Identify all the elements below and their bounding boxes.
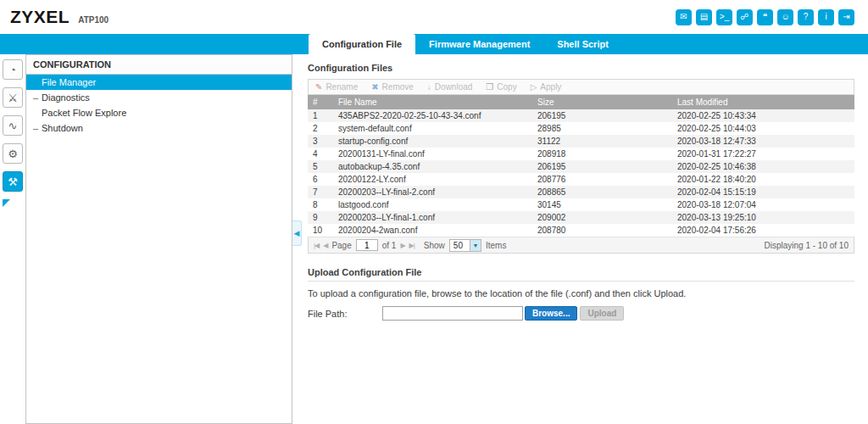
tab-firmware-management[interactable]: Firmware Management — [415, 34, 543, 54]
file-number-cell[interactable]: 4 — [308, 148, 333, 160]
table-row[interactable]: 8 lastgood.conf 30145 2020-03-18 12:07:0… — [308, 198, 854, 211]
rail-fold-decoration — [3, 199, 10, 207]
table-row[interactable]: 9 20200203--LY-final-1.conf 209002 2020-… — [308, 211, 854, 224]
cli-icon[interactable]: >_ — [716, 9, 732, 25]
file-path-input[interactable] — [382, 306, 523, 321]
file-name-cell[interactable]: lastgood.conf — [333, 198, 532, 211]
upload-button[interactable]: Upload — [580, 306, 624, 321]
file-number-cell[interactable]: 6 — [308, 173, 333, 186]
file-number-cell[interactable]: 3 — [308, 135, 333, 148]
file-name-cell[interactable]: 20200203--LY-final-2.conf — [333, 186, 532, 198]
copy-button[interactable]: ❐ Copy — [486, 82, 516, 92]
file-size-cell[interactable]: 208918 — [532, 148, 672, 160]
file-size-cell[interactable]: 206195 — [532, 109, 672, 122]
file-number-cell[interactable]: 2 — [308, 122, 333, 135]
file-name-cell[interactable]: 20200204-2wan.conf — [333, 224, 532, 237]
file-size-cell[interactable]: 209002 — [532, 211, 672, 224]
last-modified-cell[interactable]: 2020-02-04 15:15:19 — [672, 186, 854, 198]
page-size-value: 50 — [450, 241, 470, 250]
column-header[interactable]: File Name — [333, 95, 532, 109]
file-size-cell[interactable]: 30145 — [532, 198, 672, 211]
security-service-icon[interactable]: ⚔ — [3, 87, 23, 108]
file-number-cell[interactable]: 5 — [308, 160, 333, 173]
rename-button[interactable]: ✎ Rename — [315, 82, 358, 92]
page-size-select[interactable]: 50 ▼ — [449, 239, 481, 252]
last-modified-cell[interactable]: 2020-01-31 17:22:27 — [672, 148, 854, 160]
configuration-files-title: Configuration Files — [308, 63, 854, 73]
table-row[interactable]: 1 435ABPS2-2020-02-25-10-43-34.conf 2061… — [308, 109, 854, 122]
sidebar-item-packet-flow-explore[interactable]: Packet Flow Explore — [26, 105, 292, 120]
last-modified-cell[interactable]: 2020-02-25 10:43:34 — [672, 109, 854, 122]
table-row[interactable]: 7 20200203--LY-final-2.conf 208865 2020-… — [308, 186, 854, 198]
file-size-cell[interactable]: 206195 — [532, 160, 672, 173]
message-icon[interactable]: ✉ — [676, 9, 692, 25]
next-page-icon[interactable]: ▶ — [400, 242, 404, 249]
last-modified-cell[interactable]: 2020-03-13 19:25:10 — [672, 211, 854, 224]
toolbar-button-label: Download — [435, 82, 472, 92]
help-icon[interactable]: ? — [798, 9, 814, 25]
table-row[interactable]: 10 20200204-2wan.conf 208780 2020-02-04 … — [308, 224, 854, 237]
top-bar: ZYXEL ATP100 ✉ ▤ >_ ☍ ❝ ☺ ? i ⇥ — [0, 0, 868, 34]
file-size-cell[interactable]: 208776 — [532, 173, 672, 186]
last-page-icon[interactable]: ▶| — [409, 242, 415, 249]
file-number-cell[interactable]: 9 — [308, 211, 333, 224]
file-number-cell[interactable]: 7 — [308, 186, 333, 198]
about-icon[interactable]: i — [818, 9, 834, 25]
file-number-cell[interactable]: 1 — [308, 109, 333, 122]
file-name-cell[interactable]: 20200203--LY-final-1.conf — [333, 211, 532, 224]
table-row[interactable]: 2 system-default.conf 28985 2020-02-25 1… — [308, 122, 854, 135]
sidebar-item-file-manager[interactable]: File Manager — [26, 75, 292, 90]
sidebar-item-shutdown[interactable]: – Shutdown — [26, 120, 292, 136]
prev-page-icon[interactable]: ◀ — [323, 242, 327, 249]
table-row[interactable]: 3 startup-config.conf 31122 2020-03-18 1… — [308, 135, 854, 148]
file-size-cell[interactable]: 208865 — [532, 186, 672, 198]
logout-icon[interactable]: ⇥ — [838, 9, 854, 25]
chevron-left-icon: ◀ — [294, 229, 300, 237]
last-modified-cell[interactable]: 2020-03-18 12:47:33 — [672, 135, 854, 148]
file-size-cell[interactable]: 31122 — [532, 135, 672, 148]
tab-bar: Configuration File Firmware Management S… — [0, 34, 868, 54]
monitor-icon[interactable]: ∿ — [3, 115, 23, 136]
tab-configuration-file[interactable]: Configuration File — [309, 34, 415, 54]
file-name-cell[interactable]: autobackup-4.35.conf — [333, 160, 532, 173]
forum-icon[interactable]: ❝ — [757, 9, 773, 25]
file-name-cell[interactable]: startup-config.conf — [333, 135, 532, 148]
apply-button[interactable]: ▷ Apply — [531, 82, 562, 92]
file-name-cell[interactable]: system-default.conf — [333, 122, 532, 135]
remove-button[interactable]: ✖ Remove — [371, 82, 414, 92]
tab-shell-script[interactable]: Shell Script — [543, 34, 622, 54]
maintenance-icon[interactable]: ⚒ — [3, 171, 23, 192]
file-name-cell[interactable]: 20200131-LY-final.conf — [333, 148, 532, 160]
first-page-icon[interactable]: |◀ — [314, 242, 319, 249]
toolbar-button-icon: ✎ — [315, 83, 322, 92]
dashboard-icon[interactable]: ◔ — [3, 59, 23, 80]
last-modified-cell[interactable]: 2020-02-25 10:44:03 — [672, 122, 854, 135]
sidebar-collapse-handle[interactable]: ◀ — [292, 220, 302, 246]
column-header[interactable]: Last Modified — [672, 95, 854, 109]
table-row[interactable]: 6 20200122-LY.conf 208776 2020-01-22 18:… — [308, 173, 854, 186]
web-console-icon[interactable]: ▤ — [696, 9, 712, 25]
community-icon[interactable]: ☺ — [777, 9, 793, 25]
upload-instructions: To upload a configuration file, browse t… — [308, 288, 854, 298]
last-modified-cell[interactable]: 2020-02-25 10:46:38 — [672, 160, 854, 173]
nav-icon-list: ◔ ⚔ ∿ ⚙ ⚒ — [3, 59, 23, 192]
last-modified-cell[interactable]: 2020-01-22 18:40:20 — [672, 173, 854, 186]
file-number-cell[interactable]: 10 — [308, 224, 333, 237]
column-header[interactable]: # — [308, 95, 333, 109]
last-modified-cell[interactable]: 2020-03-18 12:07:04 — [672, 198, 854, 211]
file-size-cell[interactable]: 208780 — [532, 224, 672, 237]
page-number-input[interactable] — [356, 239, 378, 251]
file-size-cell[interactable]: 28985 — [532, 122, 672, 135]
browse-button[interactable]: Browse... — [525, 306, 577, 321]
file-number-cell[interactable]: 8 — [308, 198, 333, 211]
column-header[interactable]: Size — [532, 95, 672, 109]
site-map-icon[interactable]: ☍ — [737, 9, 753, 25]
last-modified-cell[interactable]: 2020-02-04 17:56:26 — [672, 224, 854, 237]
table-row[interactable]: 5 autobackup-4.35.conf 206195 2020-02-25… — [308, 160, 854, 173]
file-name-cell[interactable]: 20200122-LY.conf — [333, 173, 532, 186]
download-button[interactable]: ↓ Download — [427, 82, 472, 92]
sidebar-item-diagnostics[interactable]: – Diagnostics — [26, 90, 292, 105]
file-name-cell[interactable]: 435ABPS2-2020-02-25-10-43-34.conf — [333, 109, 532, 122]
table-row[interactable]: 4 20200131-LY-final.conf 208918 2020-01-… — [308, 148, 854, 160]
configuration-icon[interactable]: ⚙ — [3, 143, 23, 164]
